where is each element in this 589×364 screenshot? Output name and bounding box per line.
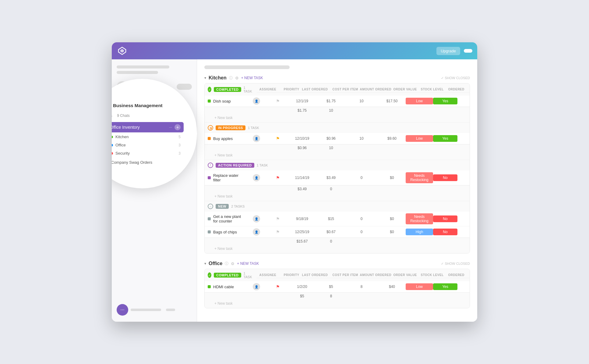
stock-badge: High bbox=[406, 229, 433, 235]
task-color-dot bbox=[208, 285, 211, 288]
order-value-cell: $9.60 bbox=[378, 136, 406, 141]
priority-cell[interactable]: ⚑ bbox=[269, 284, 287, 289]
priority-cell[interactable]: ⚑ bbox=[269, 175, 287, 180]
new-task-row[interactable]: + New task bbox=[205, 114, 470, 122]
show-closed-btn[interactable]: ✓ SHOW CLOSED bbox=[441, 262, 470, 266]
app-logo bbox=[117, 45, 128, 56]
add-nav-btn[interactable]: + bbox=[175, 124, 181, 130]
new-task-row[interactable]: + New task bbox=[205, 151, 470, 160]
assignee-cell: 👤 bbox=[244, 283, 269, 290]
new-task-row[interactable]: + New task bbox=[205, 245, 470, 253]
circle-sub-security[interactable]: Security 3 bbox=[112, 149, 184, 157]
task-name-cell: Replace water filter bbox=[208, 173, 244, 182]
flag-icon: ⚑ bbox=[276, 136, 280, 141]
summary-amount: 0 bbox=[317, 187, 345, 191]
sidebar-search-bar bbox=[117, 65, 169, 68]
avatar: 👤 bbox=[253, 215, 260, 222]
sidebar-toggle[interactable] bbox=[177, 84, 192, 90]
task-name: Get a new plant for counter bbox=[213, 214, 244, 223]
task-row: Buy apples 👤 ⚑ 12/10/19 $0.96 10 $9. bbox=[205, 133, 470, 144]
summary-row: $5 8 bbox=[205, 292, 470, 299]
new-group-kitchen: ○ NEW 2 TASKS Get a new plant for counte… bbox=[205, 201, 470, 253]
task-name-cell: Bags of chips bbox=[208, 230, 244, 234]
sub-count: 3 bbox=[178, 143, 181, 147]
flag-icon: ⚑ bbox=[276, 216, 280, 221]
order-value-cell: $0 bbox=[378, 176, 406, 180]
show-closed-btn[interactable]: ✓ SHOW CLOSED bbox=[441, 76, 470, 80]
stock-badge: Low bbox=[406, 135, 433, 142]
sub-label: Security bbox=[115, 151, 130, 156]
task-name-cell: Get a new plant for counter bbox=[208, 214, 244, 223]
status-badge-completed: COMPLETED bbox=[214, 273, 241, 278]
status-row-action-required[interactable]: ! ACTION REQUIRED 1 TASK bbox=[205, 160, 470, 170]
task-row: Dish soap 👤 ⚑ 12/1/19 $1.75 10 $17.5 bbox=[205, 96, 470, 107]
settings-icon[interactable]: ⚙ bbox=[235, 76, 239, 80]
summary-row: $0.96 10 bbox=[205, 144, 470, 151]
circle-nav-office-inventory[interactable]: ☰ Office Inventory ··· + bbox=[112, 122, 184, 132]
upgrade-button[interactable]: Upgrade bbox=[436, 47, 460, 55]
more-icon[interactable]: ··· bbox=[169, 125, 172, 129]
stock-badge: Low bbox=[406, 283, 433, 290]
task-count: 1 TASK bbox=[248, 126, 259, 130]
task-color-dot bbox=[208, 137, 211, 140]
status-row-new[interactable]: ○ NEW 2 TASKS bbox=[205, 201, 470, 212]
circle-sub-kitchen[interactable]: Kitchen 5 bbox=[112, 133, 184, 141]
stock-level-cell: Low bbox=[406, 98, 433, 104]
breadcrumb bbox=[204, 65, 290, 69]
chats-count[interactable]: 9 Chats bbox=[117, 114, 129, 118]
stock-level-cell: High bbox=[406, 229, 433, 235]
task-count: 1 TASK bbox=[244, 86, 252, 93]
kitchen-section-title: Kitchen bbox=[209, 75, 227, 81]
collapse-btn[interactable]: ▾ bbox=[204, 261, 206, 266]
summary-amount: 8 bbox=[317, 294, 345, 298]
new-task-button[interactable]: + NEW TASK bbox=[241, 76, 263, 80]
new-task-row[interactable]: + New task bbox=[205, 192, 470, 201]
assignee-cell: 👤 bbox=[244, 174, 269, 181]
folder-label: Company Swag Orders bbox=[112, 160, 152, 165]
summary-row: $1.75 10 bbox=[205, 107, 470, 114]
avatar: 👤 bbox=[253, 283, 260, 290]
order-value-cell: $40 bbox=[378, 285, 406, 289]
cost-per-item-cell: $5 bbox=[317, 285, 345, 289]
cost-per-item-cell: $0.96 bbox=[317, 136, 345, 141]
priority-cell[interactable]: ⚑ bbox=[269, 136, 287, 141]
dot-icon-red bbox=[112, 152, 113, 155]
task-name-cell: Dish soap bbox=[208, 99, 244, 103]
status-row-in-progress[interactable]: ◑ IN PROGRESS 1 TASK bbox=[205, 123, 470, 133]
summary-cost: $5 bbox=[287, 294, 317, 298]
new-task-row[interactable]: + New task bbox=[205, 299, 470, 308]
assignee-cell: 👤 bbox=[244, 97, 269, 105]
status-check-icon: ○ bbox=[208, 204, 213, 209]
docs-count[interactable]: 3 Docs bbox=[112, 114, 112, 118]
priority-cell[interactable]: ⚑ bbox=[269, 216, 287, 221]
collapse-btn[interactable]: ▾ bbox=[204, 76, 206, 80]
status-row-completed-office[interactable]: ✓ COMPLETED 1 TASK ASSIGNEE PRIORITY LAS… bbox=[205, 269, 470, 281]
priority-cell[interactable]: ⚑ bbox=[269, 229, 287, 234]
ordered-cell: No bbox=[433, 229, 457, 235]
summary-cost: $0.96 bbox=[287, 146, 317, 150]
circle-sub-office[interactable]: Office 3 bbox=[112, 141, 184, 149]
status-row-completed[interactable]: ✓ COMPLETED 1 TASK ASSIGNEE PRIORITY LAS… bbox=[205, 83, 470, 96]
flag-icon: ⚑ bbox=[276, 284, 280, 289]
info-icon[interactable]: ⓘ bbox=[225, 261, 228, 266]
task-row: Get a new plant for counter 👤 ⚑ 9/18/19 … bbox=[205, 212, 470, 226]
app-window: Upgrade B Business Management 3 Docs 9 C… bbox=[112, 42, 477, 322]
settings-icon[interactable]: ⚙ bbox=[231, 261, 235, 266]
info-icon[interactable]: ⓘ bbox=[229, 75, 233, 81]
chat-bubble-button[interactable]: ··· bbox=[117, 304, 128, 316]
last-ordered-cell: 12/1/19 bbox=[287, 99, 317, 103]
ordered-cell: No bbox=[433, 215, 457, 222]
top-bar: Upgrade bbox=[112, 42, 477, 59]
order-value-cell: $0 bbox=[378, 230, 406, 234]
assignee-cell: 👤 bbox=[244, 135, 269, 142]
circle-folder-swag[interactable]: 📁 Company Swag Orders bbox=[112, 158, 184, 166]
ordered-badge: No bbox=[433, 215, 457, 222]
amount-ordered-cell: 8 bbox=[345, 285, 378, 289]
priority-cell[interactable]: ⚑ bbox=[269, 99, 287, 103]
task-name-cell: Buy apples bbox=[208, 136, 244, 141]
top-action-button[interactable] bbox=[464, 49, 472, 53]
new-task-button[interactable]: + NEW TASK bbox=[237, 261, 259, 266]
ordered-badge: No bbox=[433, 229, 457, 235]
last-ordered-cell: 1/2/20 bbox=[287, 285, 317, 289]
sub-count: 3 bbox=[178, 151, 181, 156]
